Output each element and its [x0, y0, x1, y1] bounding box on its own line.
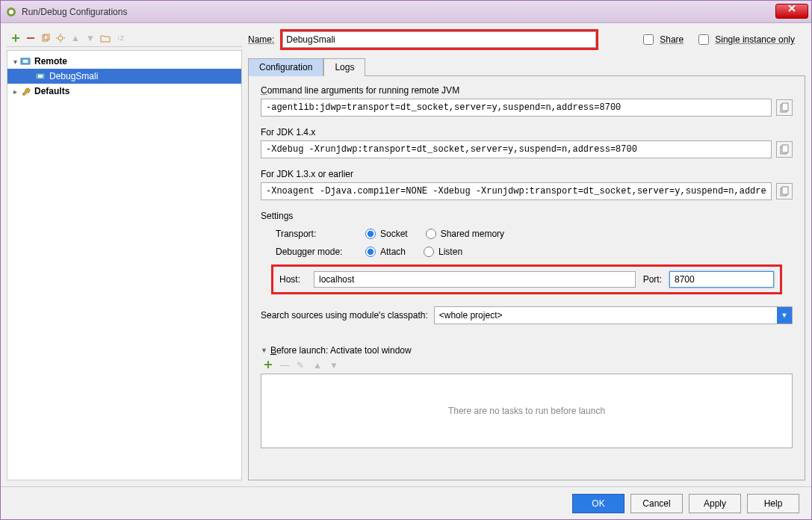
apply-button[interactable]: Apply — [689, 494, 741, 513]
module-value: <whole project> — [439, 310, 503, 321]
svg-rect-2 — [43, 35, 48, 41]
svg-rect-12 — [782, 145, 788, 152]
up-icon[interactable]: ▲ — [313, 360, 323, 371]
settings-icon[interactable] — [55, 32, 66, 44]
cmdline-group: CCommand line arguments for running remo… — [261, 85, 793, 117]
app-icon — [5, 6, 17, 18]
ok-button[interactable]: OK — [572, 494, 625, 513]
tree-item-label: Remote — [34, 56, 241, 66]
empty-text: There are no tasks to run before launch — [448, 406, 605, 416]
right-panel: Name: Share Single instance only Configu… — [248, 29, 805, 480]
configuration-panel: CCommand line arguments for running remo… — [248, 76, 805, 480]
add-icon[interactable] — [264, 360, 274, 371]
chevron-down-icon: ▼ — [777, 307, 792, 324]
module-row: Search sources using module's classpath:… — [261, 306, 793, 324]
share-label: Share — [660, 34, 684, 45]
svg-rect-6 — [23, 60, 28, 63]
cancel-button[interactable]: Cancel — [630, 494, 683, 513]
host-label: Host: — [279, 274, 306, 285]
settings-section: Settings Transport: Socket Shared memory… — [261, 211, 793, 294]
name-input[interactable] — [282, 31, 596, 48]
svg-rect-8 — [38, 75, 43, 78]
transport-label: Transport: — [276, 229, 365, 239]
copy-icon[interactable] — [40, 32, 52, 44]
before-launch-list: There are no tasks to run before launch — [261, 374, 793, 448]
port-input[interactable] — [669, 271, 774, 288]
before-launch-title: Before launch: Activate tool windowBefor… — [270, 345, 412, 356]
svg-point-4 — [58, 36, 63, 40]
tree-item-debugsmali[interactable]: DebugSmali — [7, 69, 241, 84]
radio-socket[interactable]: Socket — [365, 229, 408, 239]
remove-icon[interactable]: — — [280, 360, 291, 371]
dialog-footer: OK Cancel Apply Help — [1, 486, 811, 519]
jdk13-label: For JDK 1.3.x or earlier — [261, 169, 793, 179]
tab-logs[interactable]: Logs — [323, 58, 365, 76]
jdk14-field[interactable] — [261, 140, 772, 158]
svg-point-1 — [9, 10, 13, 14]
tree-item-label: Defaults — [34, 86, 241, 96]
up-icon[interactable]: ▲ — [69, 32, 81, 44]
name-label: Name: — [248, 34, 274, 45]
collapse-arrow-icon: ▼ — [261, 347, 267, 354]
radio-attach[interactable]: Attach — [365, 247, 406, 257]
svg-rect-3 — [44, 34, 49, 40]
dialog-content: ▲ ▼ ↓z ▾ Remote DebugSmali ▸ Def — [1, 23, 811, 486]
radio-shared-memory[interactable]: Shared memory — [426, 229, 504, 239]
share-checkbox[interactable] — [643, 34, 654, 45]
remote-icon — [34, 70, 46, 82]
tree-item-defaults[interactable]: ▸ Defaults — [7, 84, 241, 99]
left-panel: ▲ ▼ ↓z ▾ Remote DebugSmali ▸ Def — [7, 29, 242, 480]
jdk13-group: For JDK 1.3.x or earlier — [261, 169, 793, 200]
module-label: Search sources using module's classpath: — [261, 310, 428, 321]
before-launch-section: ▼ Before launch: Activate tool windowBef… — [261, 345, 793, 448]
copy-button[interactable] — [776, 99, 793, 116]
debugger-mode-label: Debugger mode: — [276, 247, 365, 257]
wrench-icon — [19, 85, 31, 97]
port-label: Port: — [643, 274, 662, 285]
jdk13-field[interactable] — [261, 182, 772, 200]
remote-icon — [19, 55, 31, 67]
window-title: Run/Debug Configurations — [22, 7, 807, 17]
cmdline-field[interactable] — [261, 99, 772, 117]
down-icon[interactable]: ▼ — [84, 32, 96, 44]
folder-icon[interactable] — [99, 32, 111, 44]
options-checkboxes: Share Single instance only — [643, 34, 805, 45]
host-input[interactable] — [314, 271, 636, 288]
copy-button[interactable] — [776, 141, 793, 158]
add-icon[interactable] — [10, 32, 22, 44]
run-debug-dialog: Run/Debug Configurations ▲ ▼ ↓z ▾ Remot — [0, 0, 812, 520]
jdk14-group: For JDK 1.4.x — [261, 127, 793, 158]
titlebar: Run/Debug Configurations — [1, 1, 811, 23]
tabs: Configuration Logs — [248, 58, 805, 76]
jdk14-label: For JDK 1.4.x — [261, 127, 793, 137]
config-tree: ▾ Remote DebugSmali ▸ Defaults — [7, 50, 242, 480]
tree-item-label: DebugSmali — [49, 71, 241, 81]
debugger-mode-row: Debugger mode: Attach Listen — [261, 247, 793, 257]
sort-icon[interactable]: ↓z — [114, 32, 126, 44]
cmdline-label: CCommand line arguments for running remo… — [261, 85, 793, 96]
before-launch-toolbar: — ✎ ▲ ▼ — [261, 360, 793, 371]
down-icon[interactable]: ▼ — [329, 360, 340, 371]
hostport-highlight: Host: Port: — [271, 264, 782, 294]
svg-rect-10 — [782, 103, 788, 111]
tree-item-remote[interactable]: ▾ Remote — [7, 54, 241, 69]
remove-icon[interactable] — [25, 32, 37, 44]
name-row: Name: Share Single instance only — [248, 29, 805, 50]
single-instance-checkbox[interactable] — [698, 34, 709, 45]
expand-arrow-icon[interactable]: ▾ — [10, 58, 19, 66]
name-highlight — [280, 29, 598, 50]
tab-configuration[interactable]: Configuration — [248, 58, 323, 76]
close-button[interactable] — [775, 4, 808, 19]
expand-arrow-icon[interactable]: ▸ — [10, 87, 19, 96]
edit-icon[interactable]: ✎ — [297, 360, 307, 371]
radio-listen[interactable]: Listen — [424, 247, 462, 257]
help-button[interactable]: Help — [747, 494, 799, 513]
svg-rect-14 — [782, 187, 788, 194]
single-instance-label: Single instance only — [715, 34, 795, 45]
settings-label: Settings — [261, 211, 793, 221]
copy-button[interactable] — [776, 183, 793, 199]
transport-row: Transport: Socket Shared memory — [261, 229, 793, 239]
before-launch-header[interactable]: ▼ Before launch: Activate tool windowBef… — [261, 345, 793, 356]
config-toolbar: ▲ ▼ ↓z — [7, 29, 242, 47]
module-select[interactable]: <whole project> ▼ — [434, 306, 793, 324]
